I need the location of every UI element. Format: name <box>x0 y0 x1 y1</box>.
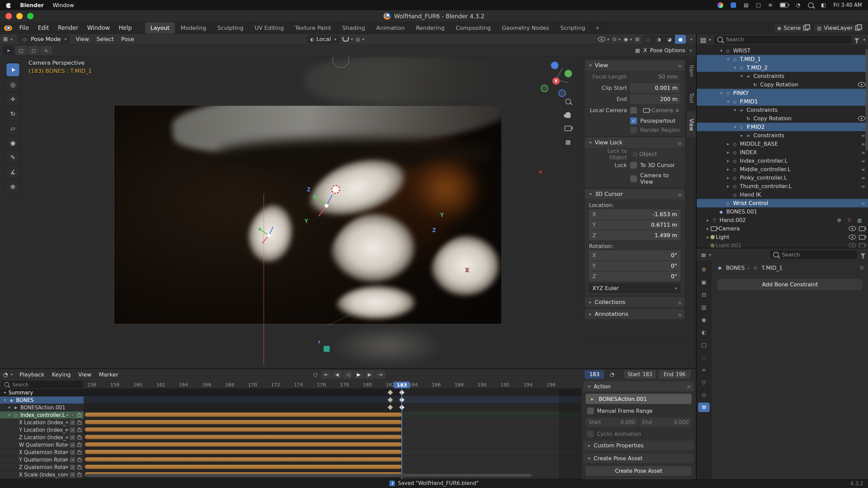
menubar-app-name[interactable]: Blender <box>20 2 44 8</box>
outliner-row[interactable]: Copy Rotation <box>697 80 868 89</box>
filter-icon[interactable] <box>854 38 859 41</box>
channel-row[interactable]: X Location (Index_controller.L) <box>0 419 84 426</box>
menubar-window-menu[interactable]: Window <box>53 2 74 8</box>
channel-row[interactable]: Y Location (Index_controller.L) <box>0 426 84 434</box>
local-camera-checkbox[interactable] <box>630 107 637 114</box>
world-tab[interactable]: ◐ <box>698 327 710 337</box>
blender-menu-icon[interactable] <box>4 25 12 31</box>
sidebar-tab[interactable]: Tool <box>687 85 696 111</box>
frame-start-field[interactable]: Start 183 <box>624 370 656 379</box>
channel-toggles[interactable] <box>66 435 82 440</box>
timeline-menu-item[interactable]: View <box>75 369 95 380</box>
channel-row[interactable]: Index_controller.L <box>0 411 84 419</box>
channel-row[interactable]: W Quaternion Rotation (Index_controller.… <box>0 441 84 449</box>
workspace-tab[interactable]: Compositing <box>450 22 496 34</box>
outliner-row[interactable]: Hand.002 ⚙▥ <box>697 216 868 224</box>
render-region-checkbox[interactable] <box>630 126 637 134</box>
view-lock-panel-header[interactable]: View Lock <box>585 137 685 148</box>
property-field[interactable]: 200 m <box>630 94 680 104</box>
channel-row[interactable]: Summary <box>0 389 84 396</box>
tool-tab[interactable]: ⚙ <box>698 265 710 274</box>
cursor-rotation-field[interactable]: Y 0° <box>589 261 680 271</box>
outliner-search[interactable] <box>714 36 852 44</box>
passepartout-checkbox[interactable] <box>630 117 637 124</box>
color-wheel-icon[interactable] <box>717 2 723 8</box>
cursor-rotation-field[interactable]: Z 0° <box>589 271 680 281</box>
collections-panel-header[interactable]: Collections <box>585 297 685 307</box>
topbar-menu-item[interactable]: File <box>15 22 33 34</box>
workspace-tab[interactable]: Layout <box>145 22 175 34</box>
box-select-button[interactable]: □ <box>15 46 27 55</box>
next-keyframe-button[interactable]: ▶ <box>364 370 375 379</box>
property-field[interactable]: 0.001 m <box>630 83 680 93</box>
keyframe-bar[interactable] <box>85 450 402 454</box>
object-constraints-tab[interactable]: ∞ <box>698 365 710 374</box>
preview-range-clock-icon[interactable]: ◔ <box>610 371 614 378</box>
channel-row[interactable]: Z Quaternion Rotation (Index_controller.… <box>0 464 84 471</box>
current-frame-field[interactable]: 183 <box>585 370 604 379</box>
channel-row[interactable]: X Scale (Index_controller.L) <box>0 471 84 479</box>
bone-transform-gizmo[interactable] <box>254 220 284 251</box>
panel-drag-icon[interactable] <box>677 62 682 69</box>
expand-arrow-icon[interactable] <box>705 218 711 223</box>
cyclic-animation-checkbox[interactable] <box>587 430 594 438</box>
outliner-row[interactable]: Constraints <box>697 72 868 80</box>
select-box-tool[interactable]: ➤ <box>6 63 19 76</box>
filter-icon[interactable] <box>861 253 865 256</box>
timeline-ruler[interactable]: 1561581601621641661681701721741761781801… <box>84 380 581 389</box>
annotations-panel-header[interactable]: Annotations <box>585 309 685 319</box>
outliner-row[interactable]: BONES.001 <box>697 207 868 216</box>
outliner-row[interactable]: Constraints <box>697 106 868 114</box>
cursor-location-field[interactable]: Z 1.499 m <box>589 230 680 240</box>
channel-row[interactable]: BONES <box>0 396 84 404</box>
topbar-menu-item[interactable]: Help <box>114 22 136 34</box>
zoom-window-button[interactable] <box>27 13 34 19</box>
keyframe-row[interactable] <box>84 441 581 448</box>
scene-tab[interactable]: ◉ <box>698 315 710 324</box>
tweak-select-button[interactable]: ➤ <box>3 46 14 55</box>
bluetooth-icon[interactable]: ≋ <box>768 2 773 8</box>
render-visibility-icon[interactable] <box>859 235 865 240</box>
new-scene-icon[interactable] <box>803 25 808 30</box>
y-axis-ball[interactable] <box>565 70 572 77</box>
channel-toggles[interactable] <box>66 465 82 470</box>
keyframe-row[interactable] <box>84 396 581 404</box>
minimize-window-button[interactable] <box>16 13 23 19</box>
expand-arrow-icon[interactable] <box>725 184 731 189</box>
render-tab[interactable]: ▣ <box>698 277 710 287</box>
expand-arrow-icon[interactable] <box>725 175 731 180</box>
breadcrumb-object[interactable]: BONES <box>726 265 745 271</box>
keyframe-area[interactable] <box>84 389 581 479</box>
keyframe-diamond[interactable] <box>388 397 393 403</box>
outliner-row[interactable]: MIDDLE_BASE <box>697 140 868 148</box>
view-layer-selector[interactable]: ▥ ViewLayer <box>814 24 863 32</box>
channel-row[interactable]: BONESAction.001 <box>0 404 84 411</box>
lock-object-field[interactable]: ▢ Object <box>630 149 680 159</box>
camera-to-view-checkbox[interactable] <box>630 175 637 182</box>
camera-view-icon[interactable] <box>564 124 572 133</box>
breadcrumb-bone[interactable]: T.MID_1 <box>762 265 783 271</box>
workspace-tab[interactable]: UV Editing <box>249 22 290 34</box>
channel-search-input[interactable] <box>12 382 80 388</box>
negative-y-axis-ball[interactable] <box>541 85 548 92</box>
keyframe-row[interactable] <box>84 404 581 411</box>
new-view-layer-icon[interactable] <box>855 25 860 30</box>
hide-eye-icon[interactable] <box>849 243 856 248</box>
keyframe-row[interactable] <box>84 463 581 471</box>
menubar-clock[interactable]: Fri 3:40 AM <box>833 2 862 8</box>
mirror-x-toggle[interactable]: X <box>643 47 647 54</box>
action-panel-header[interactable]: Action <box>584 381 694 391</box>
lasso-select-button[interactable]: ∿ <box>40 46 52 55</box>
solid-shading[interactable]: ◑ <box>653 35 664 44</box>
channel-toggles[interactable] <box>66 427 82 432</box>
bone-constraint-tab[interactable]: ⚒ <box>698 403 710 412</box>
cursor-panel-header[interactable]: 3D Cursor <box>585 189 685 199</box>
outliner-row[interactable]: Middle_controller.L <box>697 165 868 174</box>
expand-arrow-icon[interactable] <box>739 74 745 79</box>
play-reverse-button[interactable]: ◁ <box>343 370 353 379</box>
property-field[interactable]: 50 mm <box>630 72 680 82</box>
keyframe-row[interactable] <box>84 389 581 396</box>
add-primitive-tool[interactable]: ⊕ <box>6 180 19 193</box>
expand-arrow-icon[interactable] <box>705 235 711 240</box>
move-tool[interactable]: ✛ <box>6 93 19 105</box>
